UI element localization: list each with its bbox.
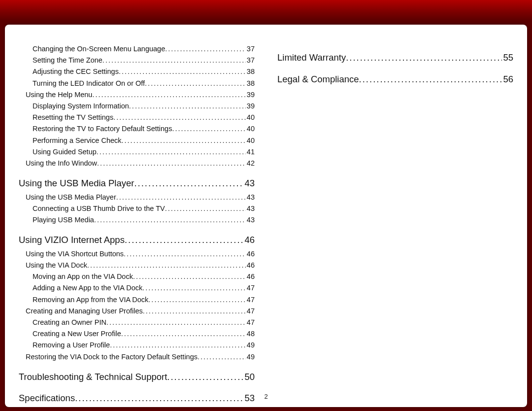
toc-page: 43 <box>246 203 255 214</box>
toc-entry[interactable]: Using the USB Media Player43 <box>19 176 255 191</box>
toc-page: 46 <box>246 260 255 271</box>
toc-title: Creating a New User Profile <box>33 328 121 340</box>
toc-title: Adjusting the CEC Settings <box>33 66 119 77</box>
toc-page: 42 <box>246 158 255 169</box>
toc-entry[interactable]: Performing a Service Check40 <box>19 135 255 146</box>
toc-columns: Changing the On-Screen Menu Language37Se… <box>19 43 513 397</box>
toc-page: 43 <box>243 176 255 191</box>
toc-entry[interactable]: Moving an App on the VIA Dock46 <box>19 271 255 282</box>
toc-entry[interactable]: Using the VIA Dock46 <box>19 260 255 271</box>
toc-entry[interactable]: Using the VIA Shortcut Buttons46 <box>19 248 255 260</box>
toc-entry[interactable]: Playing USB Media43 <box>19 214 255 226</box>
toc-title: Turning the LED Indicator On or Off <box>33 78 145 89</box>
toc-entry[interactable]: Legal & Compliance56 <box>277 72 513 87</box>
toc-page: 46 <box>246 248 255 260</box>
toc-entry[interactable]: Creating a New User Profile48 <box>19 328 255 340</box>
page-number: 2 <box>5 393 527 400</box>
toc-title: Using the VIA Shortcut Buttons <box>26 248 124 260</box>
toc-page: 37 <box>246 43 255 55</box>
toc-leader <box>145 78 246 89</box>
toc-leader <box>125 233 244 247</box>
toc-title: Removing an App from the VIA Dock <box>33 294 148 306</box>
toc-entry[interactable]: Limited Warranty55 <box>277 50 513 65</box>
toc-page: 43 <box>246 214 255 226</box>
toc-title: Removing a User Profile <box>33 340 110 351</box>
toc-title: Restoring the TV to Factory Default Sett… <box>33 123 172 135</box>
toc-page: 49 <box>246 340 255 351</box>
toc-page: 49 <box>246 351 255 363</box>
toc-leader <box>110 340 246 351</box>
toc-title: Performing a Service Check <box>33 135 122 146</box>
toc-entry[interactable]: Connecting a USB Thumb Drive to the TV43 <box>19 203 255 214</box>
toc-leader <box>142 282 246 294</box>
document-page: Changing the On-Screen Menu Language37Se… <box>5 25 527 407</box>
toc-page: 40 <box>246 112 255 123</box>
toc-entry[interactable]: Using the USB Media Player43 <box>19 192 255 203</box>
toc-page: 47 <box>246 294 255 306</box>
toc-column-right: Limited Warranty55Legal & Compliance56 <box>277 43 513 397</box>
toc-entry[interactable]: Using Guided Setup41 <box>19 146 255 158</box>
toc-entry[interactable]: Adding a New App to the VIA Dock47 <box>19 282 255 294</box>
toc-leader <box>143 306 246 317</box>
toc-title: Creating and Managing User Profiles <box>26 306 143 317</box>
toc-leader <box>134 176 243 191</box>
toc-title: Moving an App on the VIA Dock <box>33 271 133 282</box>
toc-leader <box>172 123 245 135</box>
toc-leader <box>119 66 246 77</box>
toc-entry[interactable]: Using VIZIO Internet Apps46 <box>19 233 255 247</box>
toc-column-left: Changing the On-Screen Menu Language37Se… <box>19 43 255 397</box>
toc-page: 46 <box>243 233 255 247</box>
toc-entry[interactable]: Removing a User Profile49 <box>19 340 255 351</box>
toc-entry[interactable]: Using the Info Window42 <box>19 158 255 169</box>
toc-title: Connecting a USB Thumb Drive to the TV <box>33 203 165 214</box>
toc-entry[interactable]: Creating an Owner PIN47 <box>19 317 255 328</box>
toc-entry[interactable]: Changing the On-Screen Menu Language37 <box>19 43 255 55</box>
toc-entry[interactable]: Setting the Time Zone37 <box>19 55 255 66</box>
toc-title: Limited Warranty <box>277 50 346 65</box>
toc-page: 55 <box>502 50 513 65</box>
toc-page: 47 <box>246 282 255 294</box>
toc-leader <box>165 203 246 214</box>
toc-entry[interactable]: Resetting the TV Settings40 <box>19 112 255 123</box>
toc-page: 38 <box>246 66 255 77</box>
toc-leader <box>121 328 246 340</box>
toc-title: Changing the On-Screen Menu Language <box>33 43 165 55</box>
toc-page: 47 <box>246 306 255 317</box>
toc-page: 56 <box>502 72 513 87</box>
toc-title: Legal & Compliance <box>277 72 359 87</box>
toc-entry[interactable]: Using the Help Menu39 <box>19 89 255 101</box>
toc-leader <box>129 101 246 112</box>
toc-entry[interactable]: Restoring the TV to Factory Default Sett… <box>19 123 255 135</box>
toc-entry[interactable]: Adjusting the CEC Settings38 <box>19 66 255 77</box>
toc-page: 38 <box>246 78 255 89</box>
toc-leader <box>165 43 246 55</box>
toc-entry[interactable]: Creating and Managing User Profiles47 <box>19 306 255 317</box>
toc-title: Playing USB Media <box>33 214 94 226</box>
toc-leader <box>122 135 246 146</box>
toc-page: 50 <box>243 370 255 384</box>
toc-entry[interactable]: Turning the LED Indicator On or Off38 <box>19 78 255 89</box>
toc-page: 40 <box>246 135 255 146</box>
toc-leader <box>97 146 246 158</box>
toc-title: Troubleshooting & Technical Support <box>19 370 167 384</box>
toc-title: Adding a New App to the VIA Dock <box>33 282 142 294</box>
toc-leader <box>94 214 246 226</box>
toc-leader <box>102 55 246 66</box>
toc-title: Creating an Owner PIN <box>33 317 106 328</box>
toc-title: Using Guided Setup <box>33 146 97 158</box>
toc-title: Using the Info Window <box>26 158 97 169</box>
toc-title: Setting the Time Zone <box>33 55 102 66</box>
toc-leader <box>346 50 502 65</box>
toc-leader <box>92 89 245 101</box>
toc-entry[interactable]: Troubleshooting & Technical Support50 <box>19 370 255 384</box>
toc-entry[interactable]: Restoring the VIA Dock to the Factory De… <box>19 351 255 363</box>
toc-entry[interactable]: Displaying System Information39 <box>19 101 255 112</box>
toc-leader <box>113 112 246 123</box>
toc-page: 40 <box>246 123 255 135</box>
toc-title: Restoring the VIA Dock to the Factory De… <box>26 351 198 363</box>
toc-leader <box>97 158 246 169</box>
toc-title: Using the USB Media Player <box>19 176 134 191</box>
toc-entry[interactable]: Removing an App from the VIA Dock47 <box>19 294 255 306</box>
toc-page: 48 <box>246 328 255 340</box>
toc-leader <box>133 271 246 282</box>
